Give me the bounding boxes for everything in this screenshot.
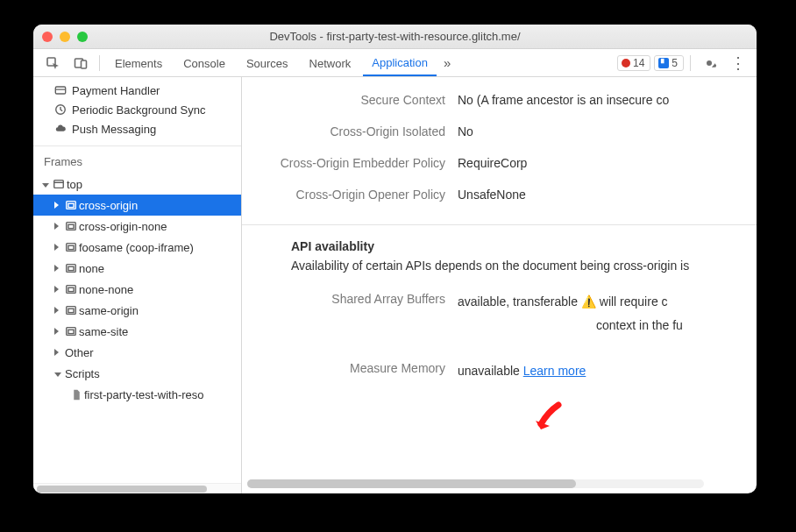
tree-item-label: cross-origin-none	[79, 220, 167, 233]
tab-sources[interactable]: Sources	[238, 51, 297, 75]
devtools-window: DevTools - first-party-test-with-resourc…	[33, 25, 757, 493]
tree-item-label: none-none	[79, 283, 133, 296]
scrollbar-thumb[interactable]	[247, 479, 576, 488]
issues-icon: ▘	[658, 58, 669, 68]
sidebar-item-payment-handler[interactable]: Payment Handler	[33, 81, 241, 100]
clock-icon	[54, 103, 67, 116]
api-availability-title: API availablity	[242, 225, 757, 259]
issues-count: 5	[672, 57, 678, 69]
tree-item-other[interactable]: Other	[33, 342, 241, 363]
toolbar: Elements Console Sources Network Applica…	[33, 49, 757, 77]
prop-key: Measure Memory	[242, 359, 458, 375]
frame-icon	[65, 199, 77, 211]
tree-item-script-file[interactable]: first-party-test-with-reso	[33, 384, 241, 405]
tab-elements[interactable]: Elements	[106, 51, 171, 75]
window-title: DevTools - first-party-test-with-resourc…	[33, 30, 757, 43]
svg-rect-11	[68, 224, 74, 228]
tree-item-none[interactable]: none	[33, 258, 241, 279]
svg-rect-17	[68, 287, 74, 291]
sidebar-scrollbar[interactable]	[33, 483, 241, 493]
frame-icon	[65, 262, 77, 274]
api-warning-line2: context in the fu	[458, 318, 683, 332]
scrollbar-thumb[interactable]	[37, 486, 207, 493]
tree-item-foosame[interactable]: foosame (coop-iframe)	[33, 237, 241, 258]
prop-value: No (A frame ancestor is an insecure co	[458, 93, 743, 107]
sidebar-item-periodic-background-sync[interactable]: Periodic Background Sync	[33, 100, 241, 119]
background-services-list: Payment Handler Periodic Background Sync…	[33, 77, 241, 138]
svg-rect-2	[82, 60, 87, 68]
caret-right-icon	[54, 327, 63, 337]
device-toolbar-button[interactable]	[68, 53, 93, 74]
tree-item-cross-origin[interactable]: cross-origin	[33, 195, 241, 216]
sidebar-item-label: Push Messaging	[72, 123, 156, 136]
frame-icon	[65, 241, 77, 253]
svg-rect-15	[68, 266, 74, 270]
prop-secure-context: Secure Context No (A frame ancestor is a…	[242, 84, 757, 116]
tree-item-label: Other	[65, 346, 94, 359]
tree-item-label: foosame (coop-iframe)	[79, 241, 194, 254]
tree-item-label: top	[67, 178, 82, 191]
prop-value: No	[458, 124, 743, 138]
prop-key: Cross-Origin Isolated	[242, 124, 458, 138]
tab-application[interactable]: Application	[363, 50, 437, 76]
sidebar-item-label: Payment Handler	[72, 84, 160, 97]
frame-icon	[65, 283, 77, 295]
api-shared-array-buffers: Shared Array Buffers available, transfer…	[242, 283, 757, 344]
svg-rect-19	[68, 309, 74, 312]
credit-card-icon	[54, 84, 67, 96]
tree-item-label: same-origin	[79, 304, 139, 317]
tree-item-label: first-party-test-with-reso	[84, 388, 204, 401]
svg-rect-21	[68, 330, 74, 333]
tree-item-none-none[interactable]: none-none	[33, 279, 241, 300]
caret-right-icon	[54, 201, 63, 210]
tree-item-scripts[interactable]: Scripts	[33, 363, 241, 384]
main-scrollbar[interactable]	[247, 479, 704, 488]
caret-right-icon	[54, 285, 63, 294]
prop-value: UnsafeNone	[458, 188, 743, 202]
caret-right-icon	[54, 222, 63, 231]
api-value: available, transferable	[458, 294, 578, 309]
tree-item-cross-origin-none[interactable]: cross-origin-none	[33, 216, 241, 237]
api-measure-memory: Measure Memory unavailable Learn more	[242, 344, 757, 390]
inspect-element-button[interactable]	[40, 53, 65, 74]
kebab-menu-button[interactable]: ⋮	[725, 53, 751, 73]
tree-item-top[interactable]: top	[33, 174, 241, 195]
sidebar: Payment Handler Periodic Background Sync…	[33, 77, 242, 493]
cloud-icon	[54, 123, 67, 135]
caret-right-icon	[54, 264, 63, 273]
svg-rect-3	[55, 87, 65, 94]
tab-network[interactable]: Network	[301, 51, 360, 75]
sidebar-item-push-messaging[interactable]: Push Messaging	[33, 119, 241, 138]
tree-item-same-origin[interactable]: same-origin	[33, 300, 241, 321]
frame-icon	[65, 220, 77, 232]
errors-badge[interactable]: 14	[617, 55, 650, 71]
caret-right-icon	[54, 348, 63, 358]
prop-coep: Cross-Origin Embedder Policy RequireCorp	[242, 147, 757, 179]
caret-down-icon	[42, 180, 51, 189]
svg-rect-6	[54, 181, 64, 188]
more-tabs-button[interactable]: »	[440, 55, 454, 70]
svg-rect-13	[68, 245, 74, 249]
prop-key: Shared Array Buffers	[242, 290, 458, 306]
frames-tree: top cross-origin cross-origin-none	[33, 174, 241, 412]
tab-console[interactable]: Console	[174, 51, 234, 75]
prop-cross-origin-isolated: Cross-Origin Isolated No	[242, 116, 757, 147]
tree-item-same-site[interactable]: same-site	[33, 321, 241, 342]
window-icon	[53, 178, 65, 190]
caret-right-icon	[54, 306, 63, 316]
titlebar: DevTools - first-party-test-with-resourc…	[33, 25, 757, 49]
prop-key: Cross-Origin Embedder Policy	[242, 156, 458, 170]
sidebar-item-label: Periodic Background Sync	[72, 103, 205, 117]
learn-more-link[interactable]: Learn more	[523, 364, 586, 378]
settings-button[interactable]	[697, 53, 721, 74]
issues-badge[interactable]: ▘ 5	[654, 55, 684, 71]
prop-key: Secure Context	[242, 93, 458, 107]
api-value: unavailable	[458, 364, 520, 378]
api-availability-subtitle: Availability of certain APIs depends on …	[242, 259, 757, 283]
prop-value: RequireCorp	[458, 156, 743, 170]
tree-item-label: none	[79, 262, 104, 275]
api-warning: ⚠️ will require c	[581, 294, 668, 309]
caret-down-icon	[54, 369, 63, 379]
tree-item-label: same-site	[79, 325, 128, 338]
document-icon	[70, 388, 82, 401]
